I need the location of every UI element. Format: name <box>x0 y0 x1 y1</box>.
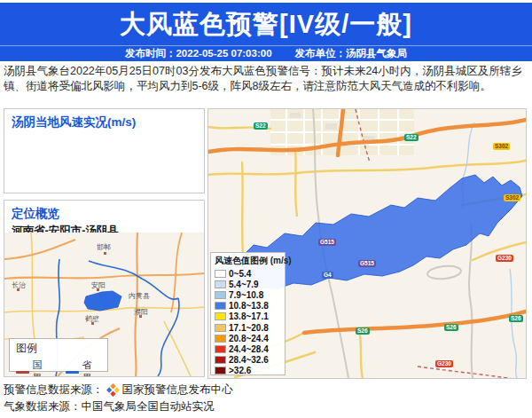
mini-map-city-label: 长治 <box>12 280 26 290</box>
warning-description: 汤阴县气象台2022年05月25日07时03分发布大风蓝色预警信号：预计未来24… <box>4 64 528 94</box>
data-sources-footer: 预警信息数据来源： 国家预警信息发布中心 气象数据来源：中国气象局全国自动站实况 <box>4 382 528 415</box>
legend-range: 0~5.4 <box>229 269 251 279</box>
route-badge: S302 <box>504 194 520 201</box>
route-badge: S26 <box>444 324 458 331</box>
legend-range: 10.8~13.8 <box>229 301 269 311</box>
warning-area-map: S22 S22 S302 S302 G230 G230 G515 G515 G4… <box>207 108 527 379</box>
local-wind-panel: 汤阴当地风速实况(m/s) <box>4 108 205 193</box>
legend-range: 20.8~24.4 <box>229 334 269 343</box>
mini-map-city-label: 濮阳 <box>134 307 148 317</box>
location-panel-title: 定位概览 <box>4 201 204 223</box>
legend-swatch <box>215 270 226 278</box>
legend-range: 13.8~17.1 <box>229 312 269 321</box>
legend-range: 17.1~20.8 <box>229 323 269 333</box>
warning-source-label: 预警信息数据来源： <box>4 382 104 398</box>
route-badge: S26 <box>356 327 370 335</box>
mini-map-legend: 图例 国界 省界 <box>9 338 108 372</box>
publisher-value: 汤阴县气象局 <box>346 48 407 59</box>
route-badge: G4 <box>322 272 333 279</box>
province-border-label: 省界 <box>82 359 101 376</box>
mini-map-city-label: 邯郸 <box>97 242 111 252</box>
legend-range: 7.9~10.8 <box>229 290 263 300</box>
mini-map-city-label: 内黄县 <box>129 291 150 301</box>
route-badge: S302 <box>493 143 510 150</box>
mini-legend-title: 图例 <box>16 341 101 356</box>
wind-speed-legend: 风速色值图例 (m/s) 0~5.4 5.4~7.9 7.9~10.8 10.8… <box>210 252 286 375</box>
legend-swatch <box>215 345 226 353</box>
legend-range: 5.4~7.9 <box>229 280 259 289</box>
legend-range: 28.4~32.6 <box>229 355 269 365</box>
route-badge: S22 <box>404 134 419 141</box>
mini-map-city-label: 鹤壁 <box>85 314 99 324</box>
legend-swatch <box>215 367 226 375</box>
legend-swatch <box>215 291 226 299</box>
legend-swatch <box>215 356 226 364</box>
legend-swatch <box>215 302 226 310</box>
mini-map: 邯郸 长治 安阳 内黄县 鹤壁 濮阳 图例 国界 省界 <box>4 233 204 376</box>
route-badge: G230 <box>435 360 453 367</box>
legend-swatch <box>215 312 226 320</box>
route-badge: G515 <box>358 260 376 267</box>
province-border-swatch <box>66 371 79 374</box>
legend-range: >32.6 <box>229 366 251 375</box>
publisher-label: 发布单位： <box>295 48 347 59</box>
legend-swatch <box>215 335 226 343</box>
mini-map-city-label: 安阳 <box>91 280 106 290</box>
wind-panel-title: 汤阴当地风速实况(m/s) <box>4 109 204 131</box>
legend-swatch <box>215 324 226 332</box>
national-border-swatch <box>16 371 29 374</box>
warning-source-value: 国家预警信息发布中心 <box>122 382 233 398</box>
nwc-diamond-logo-icon <box>106 383 120 397</box>
route-badge: S22 <box>254 122 268 130</box>
weather-source-line: 气象数据来源：中国气象局全国自动站实况 <box>4 398 215 415</box>
legend-range: 24.4~28.4 <box>229 344 269 354</box>
wind-legend-title: 风速色值图例 (m/s) <box>215 255 281 267</box>
publish-info-bar: 发布时间：2022-05-25 07:03:00发布单位：汤阴县气象局 <box>0 45 532 61</box>
publish-time-label: 发布时间： <box>125 48 176 59</box>
location-overview-panel: 定位概览 河南省-安阳市-汤阴县 <box>4 200 205 377</box>
publish-time-value: 2022-05-25 07:03:00 <box>176 48 271 59</box>
route-badge: G230 <box>496 255 513 262</box>
national-border-label: 国界 <box>33 359 51 376</box>
legend-swatch <box>215 280 226 288</box>
route-badge: S26 <box>509 315 523 322</box>
warning-title-band: 大风蓝色预警[IV级/一般] <box>0 3 532 45</box>
route-badge: G515 <box>318 239 336 246</box>
